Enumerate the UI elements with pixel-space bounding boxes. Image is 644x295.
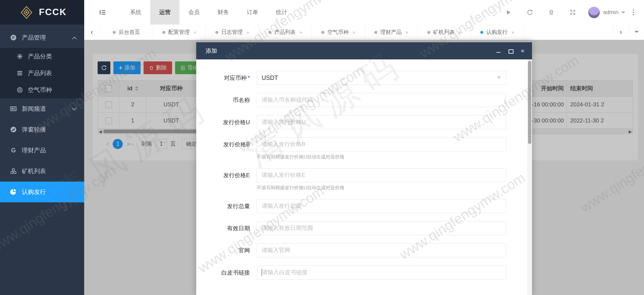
brand-logo: FCCK xyxy=(0,0,84,24)
sidebar-item-product-list[interactable]: 产品列表 xyxy=(0,65,84,82)
coin-name-input[interactable] xyxy=(257,93,506,107)
sidebar-item-popup-carousel[interactable]: 弹窗轮播 xyxy=(0,119,84,140)
tab-subscribe-issue[interactable]: 认购发行 × xyxy=(471,24,524,40)
tab-close-icon[interactable]: × xyxy=(406,30,409,35)
trash-icon[interactable] xyxy=(541,0,562,24)
dialog-title: 添加 xyxy=(206,47,217,55)
cubes-icon xyxy=(10,168,17,175)
tabs-scroll-right[interactable]: › xyxy=(613,24,629,40)
chevron-down-icon xyxy=(72,106,77,110)
text-cursor xyxy=(262,269,262,276)
diamond-logo-icon xyxy=(19,5,34,19)
form-row-coin-name: 币名称 xyxy=(196,93,532,107)
dialog-body: 对应币种* USDT 币名称 发行价格U 发行价格B 不填写则根据发行价格U自动… xyxy=(196,59,532,295)
dialog-scrollbar[interactable] xyxy=(527,59,532,295)
collapse-menu-icon[interactable] xyxy=(84,0,121,24)
app-root: FCCK 系统 运营 会员 财务 订单 统计 xyxy=(0,0,644,295)
sidebar-item-product-category[interactable]: 产品分类 xyxy=(0,48,84,65)
tab-dot-icon xyxy=(268,31,271,34)
total-supply-input[interactable] xyxy=(257,199,506,213)
form-row-price-u: 发行价格U xyxy=(196,115,532,129)
nav-item-member[interactable]: 会员 xyxy=(179,0,209,24)
valid-date-input[interactable] xyxy=(257,221,506,235)
fullscreen-icon[interactable] xyxy=(562,0,584,24)
play-icon[interactable] xyxy=(498,0,519,24)
dialog-scrollbar-thumb[interactable] xyxy=(528,61,531,144)
tab-air-coin[interactable]: 空气币种 × xyxy=(312,24,365,40)
issue-price-u-input[interactable] xyxy=(257,115,506,129)
tab-dot-icon xyxy=(113,31,116,34)
nav-item-finance[interactable]: 财务 xyxy=(209,0,238,24)
pie-chart-icon xyxy=(10,189,17,195)
window-controls: × xyxy=(496,48,525,54)
sidebar-item-wealth-product[interactable]: G 理财产品 xyxy=(0,140,84,161)
tab-close-icon[interactable]: × xyxy=(459,30,462,35)
tabbar-right-controls: › xyxy=(613,24,644,40)
add-dialog: 添加 × 对应币种* USDT 币名称 发行价格U xyxy=(196,41,532,295)
whitepaper-link-input[interactable] xyxy=(257,265,506,280)
sidebar: P 产品管理 产品分类 产品列表 xyxy=(0,24,84,295)
tab-log[interactable]: 日志管理 × xyxy=(206,24,259,40)
sidebar-item-miner-list[interactable]: 矿机列表 xyxy=(0,161,84,182)
price-e-hint: 不填写则根据发行价格U自动生成对应价格 xyxy=(196,185,532,191)
tab-close-icon[interactable]: × xyxy=(194,30,197,35)
tabbar: ‹ 后台首页 配置管理 × 日志管理 × 产品列表 × 空气币种 × 理财产品 xyxy=(84,24,644,40)
topbar-actions: admin xyxy=(498,0,644,24)
tab-config[interactable]: 配置管理 × xyxy=(153,24,206,40)
tab-product-list[interactable]: 产品列表 × xyxy=(259,24,312,40)
issue-price-b-input[interactable] xyxy=(257,137,506,151)
form-row-valid-date: 有效日期 xyxy=(196,221,532,235)
username[interactable]: admin xyxy=(603,9,619,16)
tab-dot-icon xyxy=(427,31,430,34)
form-row-price-e: 发行价格E xyxy=(196,168,532,182)
tab-close-icon[interactable]: × xyxy=(300,30,303,35)
maximize-icon[interactable] xyxy=(508,48,513,54)
form-row-whitepaper: 白皮书链接 xyxy=(196,265,532,280)
tab-dot-icon xyxy=(480,31,483,34)
list-icon xyxy=(17,70,23,76)
svg-text:P: P xyxy=(12,36,14,40)
p-circle-icon: P xyxy=(10,34,17,41)
coin-type-select[interactable]: USDT xyxy=(257,71,506,85)
official-site-input[interactable] xyxy=(257,243,506,257)
sidebar-item-product-management[interactable]: P 产品管理 xyxy=(0,27,84,48)
close-icon[interactable]: × xyxy=(520,48,525,54)
tab-dot-icon xyxy=(321,31,324,34)
user-menu-caret-icon[interactable] xyxy=(621,11,625,15)
nav-item-order[interactable]: 订单 xyxy=(238,0,267,24)
tab-miner[interactable]: 矿机列表 × xyxy=(418,24,471,40)
issue-price-e-input[interactable] xyxy=(257,168,506,182)
select-caret-icon xyxy=(497,77,501,81)
chevron-up-icon xyxy=(72,37,77,41)
gear-icon xyxy=(17,53,23,59)
tab-close-icon[interactable]: × xyxy=(247,30,250,35)
tab-dot-icon xyxy=(374,31,377,34)
more-menu-icon[interactable] xyxy=(627,0,640,24)
nav-item-operation[interactable]: 运营 xyxy=(150,0,179,24)
coin-spiral-icon xyxy=(17,87,23,93)
tab-close-icon[interactable]: × xyxy=(512,30,515,35)
top-nav: 系统 运营 会员 财务 订单 统计 xyxy=(84,0,296,24)
avatar[interactable] xyxy=(588,7,600,18)
minimize-icon[interactable] xyxy=(496,48,501,54)
sidebar-submenu: 产品分类 产品列表 空气币种 xyxy=(0,48,84,98)
tab-dot-icon xyxy=(215,31,218,34)
form-row-official-site: 官网 xyxy=(196,243,532,257)
sidebar-item-news-channel[interactable]: 新闻频道 xyxy=(0,98,84,119)
sidebar-item-subscribe-issue[interactable]: 认购发行 xyxy=(0,182,84,202)
dialog-titlebar[interactable]: 添加 × xyxy=(196,42,532,59)
nav-item-system[interactable]: 系统 xyxy=(121,0,150,24)
nav-item-statistics[interactable]: 统计 xyxy=(267,0,296,24)
tab-close-icon[interactable]: × xyxy=(353,30,356,35)
price-b-hint: 不填写则根据发行价格U自动生成对应价格 xyxy=(196,154,532,160)
tabs-scroll-left[interactable]: ‹ xyxy=(84,24,100,40)
tabs-dropdown-icon[interactable] xyxy=(629,24,644,40)
refresh-icon[interactable] xyxy=(519,0,541,24)
tab-home[interactable]: 后台首页 xyxy=(100,24,153,40)
required-star: * xyxy=(248,75,250,81)
sidebar-item-air-coin[interactable]: 空气币种 xyxy=(0,82,84,98)
tab-dot-icon xyxy=(162,31,165,34)
newspaper-icon xyxy=(10,105,17,112)
tab-wealth[interactable]: 理财产品 × xyxy=(365,24,418,40)
form-row-coin-type: 对应币种* USDT xyxy=(196,71,532,85)
